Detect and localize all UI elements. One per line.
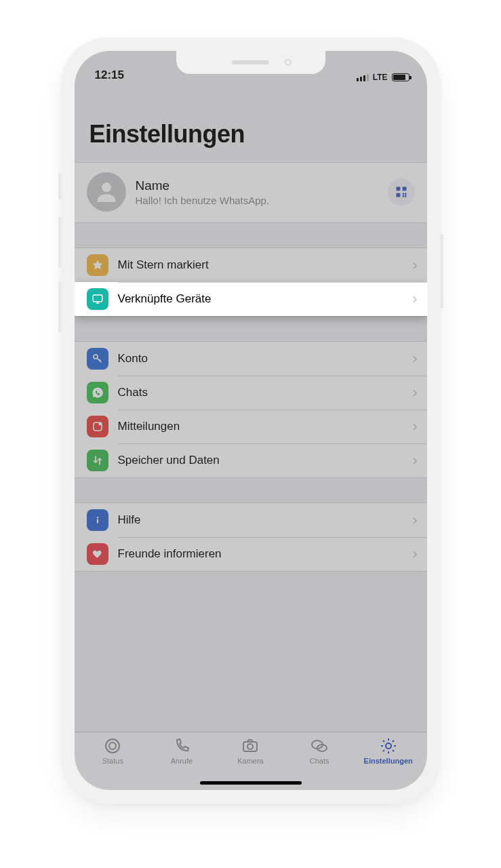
row-notifications[interactable]: Mitteilungen›	[75, 410, 427, 443]
chevron-right-icon: ›	[412, 452, 417, 469]
svg-point-15	[106, 739, 119, 753]
row-label: Freunde informieren	[118, 547, 413, 561]
svg-point-13	[96, 517, 98, 518]
arrows-icon	[87, 450, 108, 471]
tab-label: Status	[102, 757, 123, 765]
bell-icon	[87, 416, 108, 437]
row-label: Mitteilungen	[118, 420, 413, 433]
svg-rect-6	[402, 195, 404, 197]
screen: 12:15 LTE Einstellungen Name Hallo! Ich …	[75, 51, 427, 790]
home-indicator	[200, 781, 302, 785]
svg-point-21	[386, 743, 391, 749]
row-help[interactable]: Hilfe›	[75, 503, 427, 537]
row-tell-friends[interactable]: Freunde informieren›	[75, 537, 427, 571]
front-camera	[285, 59, 292, 66]
row-label: Konto	[118, 352, 413, 366]
tab-label: Chats	[310, 757, 329, 765]
status-time: 12:15	[95, 68, 124, 82]
signal-icon	[357, 74, 369, 81]
info-icon	[87, 509, 108, 531]
svg-point-18	[247, 744, 253, 749]
chevron-right-icon: ›	[412, 350, 417, 368]
row-linked-devices[interactable]: Verknüpfte Geräte›	[75, 282, 427, 316]
tab-label: Kamera	[237, 757, 264, 765]
profile-name: Name	[136, 178, 388, 193]
svg-rect-7	[405, 195, 407, 197]
status-right: LTE	[357, 73, 409, 82]
chevron-right-icon: ›	[412, 545, 417, 563]
svg-rect-8	[93, 295, 102, 302]
avatar-icon	[87, 172, 126, 212]
settings-group-1: Mit Stern markiert›Verknüpfte Geräte›	[75, 248, 427, 317]
svg-rect-9	[96, 302, 99, 304]
side-button	[58, 173, 62, 200]
svg-point-12	[98, 422, 102, 426]
svg-point-0	[102, 182, 111, 192]
notch	[176, 51, 325, 74]
whatsapp-icon	[87, 382, 108, 403]
chevron-right-icon: ›	[412, 290, 417, 308]
star-icon	[87, 254, 108, 276]
row-label: Mit Stern markiert	[118, 258, 413, 272]
svg-point-16	[109, 743, 116, 749]
svg-rect-3	[396, 193, 400, 197]
row-label: Hilfe	[118, 513, 413, 527]
row-starred[interactable]: Mit Stern markiert›	[75, 248, 427, 282]
monitor-icon	[87, 288, 108, 310]
qr-code-button[interactable]	[388, 178, 415, 205]
chevron-right-icon: ›	[412, 418, 417, 435]
settings-group-2: Konto›Chats›Mitteilungen›Speicher und Da…	[75, 341, 427, 478]
phone-frame: 12:15 LTE Einstellungen Name Hallo! Ich …	[61, 37, 441, 804]
svg-rect-14	[96, 519, 98, 524]
profile-text: Name Hallo! Ich benutze WhatsApp.	[136, 178, 388, 206]
tab-settings[interactable]: Einstellungen	[354, 736, 423, 790]
title-area: Einstellungen	[75, 83, 427, 154]
profile-row[interactable]: Name Hallo! Ich benutze WhatsApp.	[75, 162, 427, 223]
chevron-right-icon: ›	[412, 384, 417, 401]
svg-rect-5	[405, 193, 407, 195]
tab-label: Einstellungen	[364, 757, 413, 765]
speaker	[232, 60, 269, 64]
row-label: Verknüpfte Geräte	[118, 292, 413, 306]
chevron-right-icon: ›	[412, 256, 417, 274]
profile-status: Hallo! Ich benutze WhatsApp.	[136, 195, 388, 206]
page-title: Einstellungen	[89, 120, 412, 149]
heart-icon	[87, 543, 108, 565]
tab-label: Anrufe	[171, 757, 193, 765]
side-button	[440, 234, 443, 309]
chevron-right-icon: ›	[412, 511, 417, 529]
settings-group-3: Hilfe›Freunde informieren›	[75, 502, 427, 572]
row-label: Speicher und Daten	[118, 454, 413, 467]
svg-rect-2	[402, 187, 406, 191]
svg-point-10	[94, 355, 98, 359]
tab-status[interactable]: Status	[79, 736, 148, 790]
row-chats[interactable]: Chats›	[75, 376, 427, 410]
network-label: LTE	[373, 73, 388, 82]
svg-rect-1	[396, 187, 400, 191]
row-account[interactable]: Konto›	[75, 342, 427, 376]
side-button	[58, 281, 62, 332]
row-label: Chats	[118, 386, 413, 399]
row-storage[interactable]: Speicher und Daten›	[75, 443, 427, 477]
battery-icon	[392, 73, 409, 81]
svg-rect-4	[402, 193, 404, 195]
side-button	[58, 217, 62, 268]
key-icon	[87, 348, 108, 370]
